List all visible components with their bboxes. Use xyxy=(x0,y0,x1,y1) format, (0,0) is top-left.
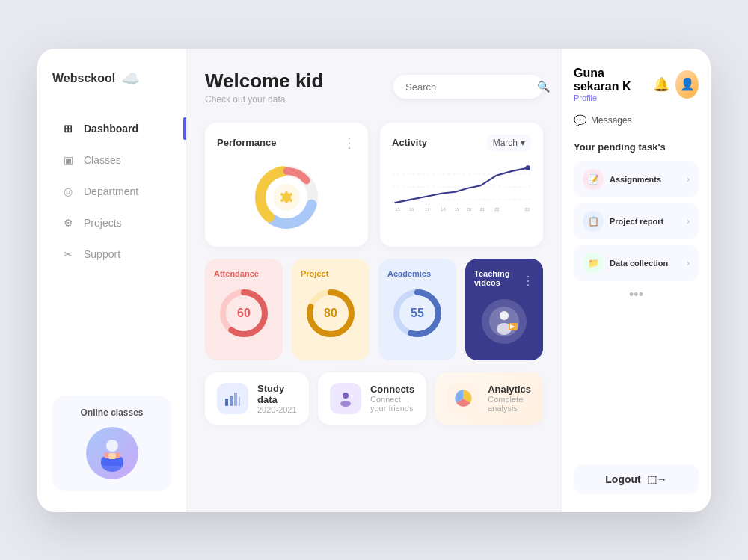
activity-card-header: Activity March ▾ xyxy=(392,135,531,151)
performance-menu[interactable]: ⋮ xyxy=(343,135,356,151)
activity-card: Activity March ▾ xyxy=(380,123,543,247)
sidebar-item-dashboard[interactable]: ⊞ Dashboard xyxy=(52,114,171,143)
welcome-subtitle: Check out your data xyxy=(205,94,323,105)
svg-text:19: 19 xyxy=(455,207,460,212)
attendance-card: Attendance 60 xyxy=(205,259,283,360)
more-options[interactable]: ••• xyxy=(574,287,699,303)
performance-card: Performance ⋮ xyxy=(205,123,368,247)
academics-card: Academics 55 xyxy=(378,259,456,360)
logo-icon: ☁️ xyxy=(121,70,140,87)
main-header: Welcome kid Check out your data 🔍 xyxy=(205,70,543,105)
svg-point-47 xyxy=(340,401,351,407)
task-item-assignments[interactable]: 📝 Assignments › xyxy=(574,161,699,197)
attendance-value: 60 xyxy=(237,307,251,320)
donut-chart xyxy=(249,160,324,235)
user-profile: Guna sekaran K Profile 🔔 👤 xyxy=(574,67,699,102)
user-role: Profile xyxy=(574,93,647,102)
study-data-card[interactable]: Study data 2020-2021 xyxy=(205,372,309,425)
nav-icon-projects: ⚙ xyxy=(61,216,75,230)
search-input[interactable] xyxy=(405,81,531,93)
sidebar-item-support[interactable]: ✂ Support xyxy=(52,240,171,268)
teaching-menu[interactable]: ⋮ xyxy=(522,274,534,288)
teaching-header: Teaching videos ⋮ xyxy=(474,269,534,293)
performance-chart xyxy=(217,160,356,235)
month-selector[interactable]: March ▾ xyxy=(487,135,531,151)
analytics-subtitle: Complete analysis xyxy=(488,395,531,413)
study-data-icon xyxy=(217,383,248,414)
connects-card[interactable]: Connects Connect your friends xyxy=(318,372,426,425)
analytics-card[interactable]: Analytics Complete analysis xyxy=(435,372,543,425)
task-left: 📋 Project report xyxy=(583,211,663,232)
svg-text:21: 21 xyxy=(480,207,485,212)
svg-point-17 xyxy=(280,193,283,196)
sidebar-item-department[interactable]: ◎ Department xyxy=(52,177,171,206)
tasks-list: 📝 Assignments › 📋 Project report › 📁 Dat… xyxy=(574,161,699,287)
sidebar-item-classes[interactable]: ▣ Classes xyxy=(52,146,171,174)
activity-title: Activity xyxy=(392,137,427,148)
task-arrow-data_collection: › xyxy=(687,258,690,268)
bottom-cards-row: Study data 2020-2021 Connects Connect yo… xyxy=(205,372,543,425)
logo: Websckool ☁️ xyxy=(52,70,171,87)
top-cards-row: Performance ⋮ xyxy=(205,123,543,247)
right-panel: Guna sekaran K Profile 🔔 👤 💬 Messages Yo… xyxy=(561,49,711,512)
svg-point-14 xyxy=(289,199,292,202)
task-dot-project_report: 📋 xyxy=(583,211,604,232)
academics-title: Academics xyxy=(387,269,431,278)
task-arrow-project_report: › xyxy=(687,216,690,227)
logo-text: Websckool xyxy=(52,72,115,85)
connects-icon xyxy=(330,383,361,414)
task-item-data_collection[interactable]: 📁 Data collection › xyxy=(574,245,699,281)
svg-rect-42 xyxy=(225,399,228,406)
svg-rect-43 xyxy=(230,396,233,406)
stats-row: Attendance 60 Project 80 xyxy=(205,259,543,360)
connects-subtitle: Connect your friends xyxy=(370,395,414,413)
study-data-text: Study data 2020-2021 xyxy=(257,383,297,414)
user-name: Guna sekaran K xyxy=(574,67,647,93)
nav-label-support: Support xyxy=(84,248,120,260)
project-card: Project 80 xyxy=(292,259,370,360)
nav-label-department: Department xyxy=(84,185,138,197)
project-value: 80 xyxy=(324,307,337,320)
nav-icon-classes: ▣ xyxy=(61,153,75,167)
teaching-videos-card: Teaching videos ⋮ xyxy=(465,259,543,360)
svg-text:18: 18 xyxy=(441,207,446,212)
analytics-icon xyxy=(447,383,479,414)
analytics-text: Analytics Complete analysis xyxy=(488,384,531,413)
welcome-title: Welcome kid xyxy=(205,70,323,93)
teaching-icon xyxy=(482,299,527,344)
bell-icon[interactable]: 🔔 xyxy=(653,76,669,93)
svg-text:23: 23 xyxy=(525,207,530,212)
study-data-title: Study data xyxy=(257,383,297,405)
svg-rect-44 xyxy=(234,393,237,406)
svg-point-16 xyxy=(280,199,283,202)
task-dot-data_collection: 📁 xyxy=(583,253,604,274)
search-icon: 🔍 xyxy=(537,81,550,93)
activity-line-chart: 15 16 17 18 19 20 21 22 23 xyxy=(392,157,531,224)
task-item-project_report[interactable]: 📋 Project report › xyxy=(574,203,699,239)
online-classes-card[interactable]: Online classes xyxy=(52,396,171,491)
attendance-title: Attendance xyxy=(214,269,259,278)
nav-icon-support: ✂ xyxy=(61,247,75,261)
svg-point-46 xyxy=(343,393,349,399)
task-label-assignments: Assignments xyxy=(610,175,661,184)
nav-label-classes: Classes xyxy=(84,154,121,166)
svg-point-21 xyxy=(525,165,530,170)
svg-point-13 xyxy=(289,193,292,196)
project-ring: 80 xyxy=(304,287,357,339)
task-dot-assignments: 📝 xyxy=(583,169,604,190)
nav-icon-department: ◎ xyxy=(61,185,75,198)
messages-row[interactable]: 💬 Messages xyxy=(574,114,699,126)
svg-point-0 xyxy=(106,440,118,452)
pending-title: Your pending task's xyxy=(574,141,699,153)
search-bar[interactable]: 🔍 xyxy=(393,75,543,99)
svg-text:17: 17 xyxy=(425,207,430,212)
attendance-ring: 60 xyxy=(218,287,270,339)
task-label-project_report: Project report xyxy=(610,217,663,226)
sidebar-item-projects[interactable]: ⚙ Projects xyxy=(52,209,171,237)
messages-icon: 💬 xyxy=(574,114,586,126)
nav-label-dashboard: Dashboard xyxy=(84,123,138,135)
svg-point-12 xyxy=(285,191,288,194)
task-arrow-assignments: › xyxy=(687,174,690,185)
logout-button[interactable]: Logout ⬚→ xyxy=(574,464,699,494)
task-left: 📝 Assignments xyxy=(583,169,661,190)
